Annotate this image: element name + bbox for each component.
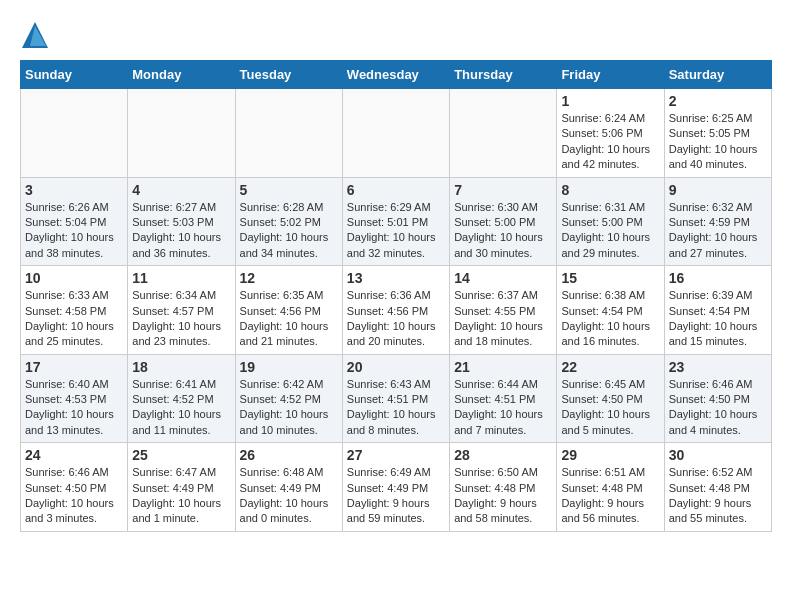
day-number: 29: [561, 447, 659, 463]
day-number: 10: [25, 270, 123, 286]
day-number: 17: [25, 359, 123, 375]
day-number: 1: [561, 93, 659, 109]
day-info: Sunrise: 6:40 AM Sunset: 4:53 PM Dayligh…: [25, 377, 123, 439]
day-info: Sunrise: 6:31 AM Sunset: 5:00 PM Dayligh…: [561, 200, 659, 262]
calendar-table: SundayMondayTuesdayWednesdayThursdayFrid…: [20, 60, 772, 532]
calendar-cell: 17Sunrise: 6:40 AM Sunset: 4:53 PM Dayli…: [21, 354, 128, 443]
day-number: 18: [132, 359, 230, 375]
day-info: Sunrise: 6:38 AM Sunset: 4:54 PM Dayligh…: [561, 288, 659, 350]
day-info: Sunrise: 6:48 AM Sunset: 4:49 PM Dayligh…: [240, 465, 338, 527]
day-info: Sunrise: 6:33 AM Sunset: 4:58 PM Dayligh…: [25, 288, 123, 350]
day-number: 30: [669, 447, 767, 463]
calendar-cell: 26Sunrise: 6:48 AM Sunset: 4:49 PM Dayli…: [235, 443, 342, 532]
day-info: Sunrise: 6:29 AM Sunset: 5:01 PM Dayligh…: [347, 200, 445, 262]
calendar-cell: 15Sunrise: 6:38 AM Sunset: 4:54 PM Dayli…: [557, 266, 664, 355]
day-info: Sunrise: 6:37 AM Sunset: 4:55 PM Dayligh…: [454, 288, 552, 350]
calendar-cell: 22Sunrise: 6:45 AM Sunset: 4:50 PM Dayli…: [557, 354, 664, 443]
calendar-week-1: 1Sunrise: 6:24 AM Sunset: 5:06 PM Daylig…: [21, 89, 772, 178]
calendar-cell: 2Sunrise: 6:25 AM Sunset: 5:05 PM Daylig…: [664, 89, 771, 178]
calendar-cell: 4Sunrise: 6:27 AM Sunset: 5:03 PM Daylig…: [128, 177, 235, 266]
day-number: 4: [132, 182, 230, 198]
calendar-header-row: SundayMondayTuesdayWednesdayThursdayFrid…: [21, 61, 772, 89]
day-info: Sunrise: 6:44 AM Sunset: 4:51 PM Dayligh…: [454, 377, 552, 439]
day-number: 26: [240, 447, 338, 463]
calendar-cell: 5Sunrise: 6:28 AM Sunset: 5:02 PM Daylig…: [235, 177, 342, 266]
day-header-thursday: Thursday: [450, 61, 557, 89]
calendar-cell: [450, 89, 557, 178]
calendar-cell: 23Sunrise: 6:46 AM Sunset: 4:50 PM Dayli…: [664, 354, 771, 443]
day-header-wednesday: Wednesday: [342, 61, 449, 89]
calendar-cell: 18Sunrise: 6:41 AM Sunset: 4:52 PM Dayli…: [128, 354, 235, 443]
day-info: Sunrise: 6:42 AM Sunset: 4:52 PM Dayligh…: [240, 377, 338, 439]
day-header-sunday: Sunday: [21, 61, 128, 89]
calendar-cell: 8Sunrise: 6:31 AM Sunset: 5:00 PM Daylig…: [557, 177, 664, 266]
day-info: Sunrise: 6:49 AM Sunset: 4:49 PM Dayligh…: [347, 465, 445, 527]
day-number: 13: [347, 270, 445, 286]
calendar-week-5: 24Sunrise: 6:46 AM Sunset: 4:50 PM Dayli…: [21, 443, 772, 532]
day-info: Sunrise: 6:43 AM Sunset: 4:51 PM Dayligh…: [347, 377, 445, 439]
day-info: Sunrise: 6:47 AM Sunset: 4:49 PM Dayligh…: [132, 465, 230, 527]
calendar-cell: [128, 89, 235, 178]
calendar-cell: 28Sunrise: 6:50 AM Sunset: 4:48 PM Dayli…: [450, 443, 557, 532]
calendar-cell: 1Sunrise: 6:24 AM Sunset: 5:06 PM Daylig…: [557, 89, 664, 178]
day-number: 6: [347, 182, 445, 198]
calendar-cell: 9Sunrise: 6:32 AM Sunset: 4:59 PM Daylig…: [664, 177, 771, 266]
day-number: 22: [561, 359, 659, 375]
calendar-cell: 16Sunrise: 6:39 AM Sunset: 4:54 PM Dayli…: [664, 266, 771, 355]
day-number: 9: [669, 182, 767, 198]
day-number: 8: [561, 182, 659, 198]
calendar-cell: 6Sunrise: 6:29 AM Sunset: 5:01 PM Daylig…: [342, 177, 449, 266]
day-number: 20: [347, 359, 445, 375]
day-header-tuesday: Tuesday: [235, 61, 342, 89]
day-header-friday: Friday: [557, 61, 664, 89]
calendar-cell: 24Sunrise: 6:46 AM Sunset: 4:50 PM Dayli…: [21, 443, 128, 532]
day-number: 25: [132, 447, 230, 463]
day-info: Sunrise: 6:46 AM Sunset: 4:50 PM Dayligh…: [669, 377, 767, 439]
day-number: 24: [25, 447, 123, 463]
logo: [20, 20, 54, 50]
calendar-week-2: 3Sunrise: 6:26 AM Sunset: 5:04 PM Daylig…: [21, 177, 772, 266]
day-info: Sunrise: 6:25 AM Sunset: 5:05 PM Dayligh…: [669, 111, 767, 173]
day-info: Sunrise: 6:30 AM Sunset: 5:00 PM Dayligh…: [454, 200, 552, 262]
day-number: 19: [240, 359, 338, 375]
day-info: Sunrise: 6:32 AM Sunset: 4:59 PM Dayligh…: [669, 200, 767, 262]
day-info: Sunrise: 6:51 AM Sunset: 4:48 PM Dayligh…: [561, 465, 659, 527]
calendar-cell: 13Sunrise: 6:36 AM Sunset: 4:56 PM Dayli…: [342, 266, 449, 355]
day-info: Sunrise: 6:26 AM Sunset: 5:04 PM Dayligh…: [25, 200, 123, 262]
day-info: Sunrise: 6:35 AM Sunset: 4:56 PM Dayligh…: [240, 288, 338, 350]
day-number: 28: [454, 447, 552, 463]
calendar-week-3: 10Sunrise: 6:33 AM Sunset: 4:58 PM Dayli…: [21, 266, 772, 355]
calendar-cell: 10Sunrise: 6:33 AM Sunset: 4:58 PM Dayli…: [21, 266, 128, 355]
page-header: [20, 20, 772, 50]
calendar-cell: [342, 89, 449, 178]
day-number: 15: [561, 270, 659, 286]
calendar-body: 1Sunrise: 6:24 AM Sunset: 5:06 PM Daylig…: [21, 89, 772, 532]
day-header-saturday: Saturday: [664, 61, 771, 89]
calendar-cell: 11Sunrise: 6:34 AM Sunset: 4:57 PM Dayli…: [128, 266, 235, 355]
day-number: 3: [25, 182, 123, 198]
calendar-cell: 20Sunrise: 6:43 AM Sunset: 4:51 PM Dayli…: [342, 354, 449, 443]
day-header-monday: Monday: [128, 61, 235, 89]
calendar-cell: 19Sunrise: 6:42 AM Sunset: 4:52 PM Dayli…: [235, 354, 342, 443]
day-info: Sunrise: 6:24 AM Sunset: 5:06 PM Dayligh…: [561, 111, 659, 173]
logo-icon: [20, 20, 50, 50]
day-number: 5: [240, 182, 338, 198]
day-number: 16: [669, 270, 767, 286]
day-number: 27: [347, 447, 445, 463]
day-info: Sunrise: 6:46 AM Sunset: 4:50 PM Dayligh…: [25, 465, 123, 527]
day-info: Sunrise: 6:52 AM Sunset: 4:48 PM Dayligh…: [669, 465, 767, 527]
day-number: 7: [454, 182, 552, 198]
calendar-cell: 7Sunrise: 6:30 AM Sunset: 5:00 PM Daylig…: [450, 177, 557, 266]
calendar-cell: [235, 89, 342, 178]
day-number: 23: [669, 359, 767, 375]
day-number: 12: [240, 270, 338, 286]
calendar-cell: 21Sunrise: 6:44 AM Sunset: 4:51 PM Dayli…: [450, 354, 557, 443]
calendar-cell: 12Sunrise: 6:35 AM Sunset: 4:56 PM Dayli…: [235, 266, 342, 355]
day-info: Sunrise: 6:50 AM Sunset: 4:48 PM Dayligh…: [454, 465, 552, 527]
day-info: Sunrise: 6:27 AM Sunset: 5:03 PM Dayligh…: [132, 200, 230, 262]
day-info: Sunrise: 6:41 AM Sunset: 4:52 PM Dayligh…: [132, 377, 230, 439]
calendar-cell: [21, 89, 128, 178]
day-info: Sunrise: 6:28 AM Sunset: 5:02 PM Dayligh…: [240, 200, 338, 262]
calendar-cell: 14Sunrise: 6:37 AM Sunset: 4:55 PM Dayli…: [450, 266, 557, 355]
calendar-cell: 25Sunrise: 6:47 AM Sunset: 4:49 PM Dayli…: [128, 443, 235, 532]
